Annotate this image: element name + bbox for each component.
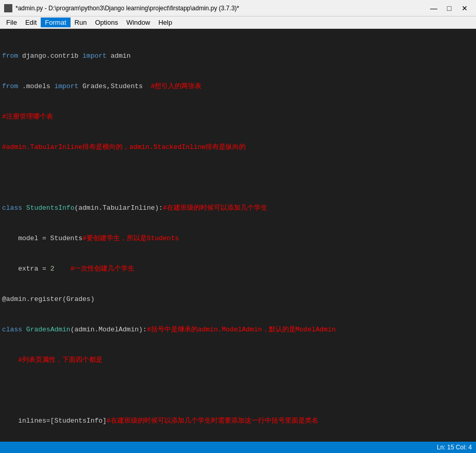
menu-help[interactable]: Help — [154, 18, 176, 27]
code-line-7: model = Students#要创建学生，所以是Students — [0, 233, 476, 244]
code-line-5 — [0, 173, 476, 183]
menu-options[interactable]: Options — [91, 18, 122, 27]
title-bar-left: *admin.py - D:\program\python3\Django le… — [4, 4, 239, 12]
app-icon — [4, 4, 12, 12]
maximize-button[interactable]: □ — [442, 3, 456, 14]
code-line-13: inlines=[StudentsInfo]#在建班级的时候可以添加几个学生时需… — [0, 416, 476, 426]
status-bar: Ln: 15 Col: 4 — [0, 442, 476, 453]
code-line-2: from .models import Grades,Students #想引入… — [0, 81, 476, 92]
title-text: *admin.py - D:\program\python3\Django le… — [15, 5, 239, 12]
menu-format[interactable]: Format — [41, 18, 70, 27]
title-bar: *admin.py - D:\program\python3\Django le… — [0, 0, 476, 16]
menu-edit[interactable]: Edit — [21, 18, 41, 27]
code-line-12 — [0, 385, 476, 396]
code-line-10: class GradesAdmin(admin.ModelAdmin):#括号中… — [0, 325, 476, 335]
menu-run[interactable]: Run — [71, 18, 91, 27]
code-line-3: #注册管理哪个表 — [0, 112, 476, 122]
minimize-button[interactable]: — — [427, 3, 441, 14]
code-line-1: from django.contrib import admin — [0, 51, 476, 61]
menu-bar: File Edit Format Run Options Window Help — [0, 16, 476, 29]
code-line-8: extra = 2 #一次性创建几个学生 — [0, 264, 476, 274]
window-controls: — □ ✕ — [427, 3, 472, 14]
code-line-4: #admin.TabularInline排布是横向的，admin.Stacked… — [0, 142, 476, 153]
code-line-11: #列表页属性，下面四个都是 — [0, 355, 476, 365]
code-content: from django.contrib import admin from .m… — [0, 29, 476, 442]
editor-area[interactable]: from django.contrib import admin from .m… — [0, 29, 476, 442]
menu-window[interactable]: Window — [122, 18, 154, 27]
menu-file[interactable]: File — [2, 18, 21, 27]
code-line-9: @admin.register(Grades) — [0, 294, 476, 305]
code-line-6: class StudentsInfo(admin.TabularInline):… — [0, 203, 476, 213]
cursor-position: Ln: 15 Col: 4 — [437, 444, 472, 451]
close-button[interactable]: ✕ — [457, 3, 472, 14]
